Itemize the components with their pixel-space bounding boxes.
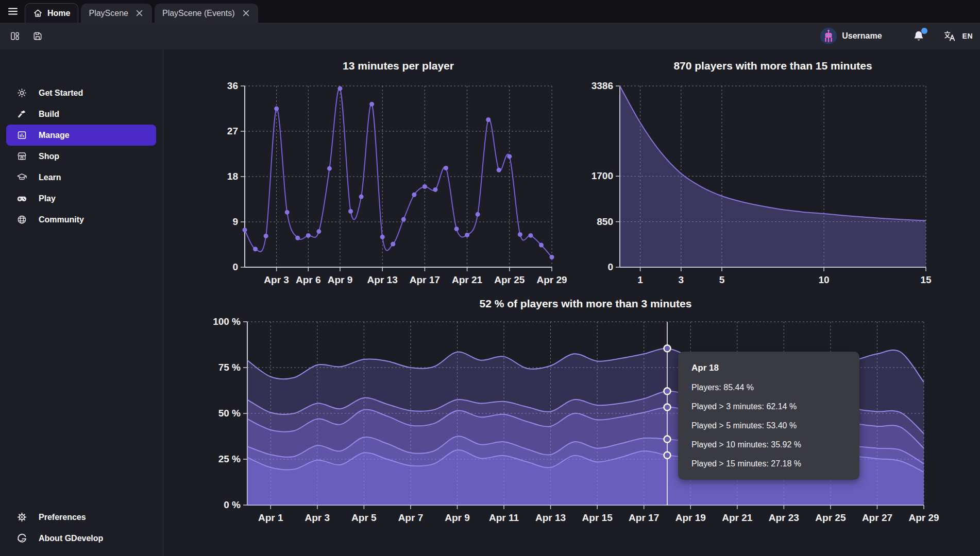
sun-icon — [16, 88, 27, 98]
chart-tooltip: Apr 18 Players: 85.44 % Played > 3 minut… — [678, 352, 859, 480]
avg-minutes-chart: 13 minutes per player Apr 3Apr 6Apr 9Apr… — [206, 51, 567, 288]
tab-home[interactable]: Home — [25, 3, 78, 23]
data-point — [243, 228, 247, 232]
data-point — [391, 242, 395, 247]
data-point — [327, 166, 332, 171]
gdevelop-logo-icon — [16, 533, 27, 544]
robot-avatar-icon — [820, 28, 837, 44]
sidebar-item-label: About GDevelop — [39, 534, 103, 543]
sidebar-item-play[interactable]: Play — [6, 188, 156, 209]
tick-label: Apr 1 — [258, 512, 283, 523]
tooltip-row: Played > 15 minutes: 27.18 % — [691, 459, 846, 468]
tick-label: 25 % — [218, 454, 241, 464]
tick-label: Apr 3 — [264, 274, 289, 285]
tick-label: Apr 19 — [675, 512, 706, 523]
tab-playscene[interactable]: PlayScene — [81, 4, 152, 23]
tick-label: 0 % — [224, 499, 241, 510]
username-label[interactable]: Username — [842, 31, 882, 41]
close-tab-icon[interactable] — [135, 9, 144, 18]
tick-label: Apr 17 — [629, 512, 659, 523]
retention-minutes-chart-canvas[interactable]: 1351015085017003386 — [577, 51, 948, 288]
tick-label: 10 — [818, 274, 829, 285]
data-point — [476, 212, 480, 217]
tick-label: Apr 9 — [328, 274, 353, 285]
sidebar-item-label: Shop — [39, 152, 59, 161]
sidebar-item-label: Get Started — [39, 89, 83, 98]
tick-label: 5 — [719, 274, 725, 285]
sidebar-item-preferences[interactable]: Preferences — [6, 507, 156, 528]
hamburger-menu-button[interactable] — [3, 2, 23, 21]
data-point — [423, 184, 427, 189]
data-point — [337, 86, 342, 91]
data-point — [507, 154, 512, 159]
data-point — [518, 232, 522, 237]
gamepad-icon — [16, 193, 27, 204]
tick-label: Apr 11 — [489, 512, 519, 523]
data-point — [316, 229, 321, 234]
avg-minutes-chart-canvas[interactable]: Apr 3Apr 6Apr 9Apr 13Apr 17Apr 21Apr 25A… — [206, 51, 567, 288]
tab-playscene-events[interactable]: PlayScene (Events) — [155, 4, 259, 23]
data-point — [295, 236, 300, 240]
tick-label: Apr 23 — [769, 512, 799, 523]
tab-bar: Home PlayScene PlayScene (Events) — [0, 0, 980, 23]
tooltip-row: Played > 3 minutes: 62.14 % — [691, 402, 846, 411]
hover-point — [664, 436, 670, 443]
data-point — [348, 209, 353, 214]
data-point — [550, 255, 554, 259]
area-fill — [620, 86, 926, 267]
tick-label: 36 — [227, 80, 238, 91]
hamburger-icon — [7, 5, 19, 18]
tick-label: Apr 13 — [535, 512, 566, 523]
notifications-button[interactable] — [912, 29, 925, 43]
data-point — [264, 234, 268, 238]
globe-icon — [16, 214, 27, 225]
sidebar-item-shop[interactable]: Shop — [6, 146, 156, 167]
language-code-label[interactable]: EN — [962, 32, 973, 40]
data-point — [412, 193, 416, 197]
tick-label: 850 — [597, 216, 613, 227]
tick-label: Apr 15 — [582, 512, 613, 523]
tick-label: Apr 13 — [367, 274, 398, 285]
sidebar-item-label: Build — [39, 110, 59, 119]
sidebar-item-community[interactable]: Community — [6, 209, 156, 230]
sidebar-item-label: Preferences — [39, 513, 86, 522]
notification-dot — [921, 28, 927, 34]
data-point — [528, 233, 533, 238]
sidebar-item-label: Learn — [39, 173, 61, 182]
data-point — [444, 166, 448, 170]
avatar[interactable] — [820, 28, 837, 44]
data-point — [285, 210, 290, 215]
data-point — [253, 247, 258, 251]
sidebar-item-get-started[interactable]: Get Started — [6, 82, 156, 103]
tick-label: 1700 — [592, 170, 613, 181]
tick-label: 18 — [227, 171, 238, 182]
tick-label: Apr 29 — [908, 512, 939, 523]
translate-icon — [943, 29, 956, 43]
storefront-icon — [16, 151, 27, 162]
sidebar-item-manage[interactable]: Manage — [6, 125, 156, 146]
hover-point — [664, 404, 670, 410]
data-point — [433, 187, 437, 192]
tick-label: Apr 5 — [351, 512, 377, 523]
tick-label: 27 — [227, 126, 238, 136]
close-tab-icon[interactable] — [241, 9, 250, 18]
toggle-panels-button[interactable] — [7, 28, 23, 44]
tick-label: 1 — [637, 274, 643, 285]
tooltip-row: Players: 85.44 % — [691, 383, 846, 392]
retention-percent-chart: 52 % of players with more than 3 minutes… — [201, 288, 953, 541]
tick-label: 75 % — [218, 362, 241, 373]
language-button[interactable] — [943, 29, 956, 43]
tick-label: Apr 7 — [398, 512, 424, 523]
tab-label: Home — [47, 9, 70, 18]
sidebar-item-about-gdevelop[interactable]: About GDevelop — [6, 528, 156, 549]
tick-label: 100 % — [213, 316, 241, 327]
bar-chart-icon — [16, 130, 27, 141]
toolbar: Username EN — [0, 23, 980, 49]
sidebar-item-learn[interactable]: Learn — [6, 167, 156, 188]
sidebar-item-build[interactable]: Build — [6, 103, 156, 125]
sidebar: Get Started Build Manage — [0, 49, 163, 556]
tab-label: PlayScene (Events) — [162, 9, 235, 18]
save-project-button[interactable] — [29, 28, 46, 44]
tooltip-row: Played > 10 minutes: 35.92 % — [691, 440, 846, 449]
data-point — [380, 235, 385, 239]
